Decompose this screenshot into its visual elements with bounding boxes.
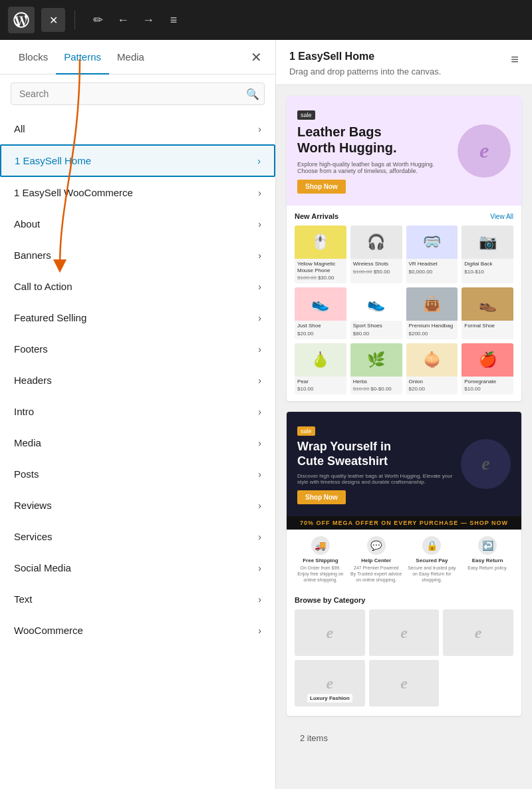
menu-icon[interactable]: ≡ [163,9,184,31]
nav-item-banners[interactable]: Banners › [0,239,275,271]
product-item[interactable]: 🖱️ Yellow Magnetic Mouse Phone $100.00$3… [295,226,346,283]
product-item[interactable]: 🍐 Pear $10.00 [295,343,346,395]
right-panel: 1 EasySell Home Drag and drop patterns i… [276,40,532,789]
edit-icon[interactable]: ✏ [87,9,108,31]
product-item[interactable]: 🌿 Herbs $10.00$0-$0.00 [350,343,402,395]
close-toolbar-button[interactable]: ✕ [41,8,65,32]
return-icon: ↩️ [478,536,497,555]
nav-item-services[interactable]: Services › [0,521,275,552]
product-item[interactable]: 📷 Digital Back $10-$10 [462,226,513,283]
category-item[interactable]: e [369,660,440,707]
product-item[interactable]: 👟 Sport Shoes $80.00 [350,287,402,339]
category-logo: e [327,623,334,641]
product-grid: 🖱️ Yellow Magnetic Mouse Phone $100.00$3… [295,226,513,394]
right-panel-title: 1 EasySell Home [289,51,441,63]
chevron-icon: › [258,625,261,636]
product-item[interactable]: 🎧 Wireless Shots $100.00$50.00 [350,226,402,283]
product-item[interactable]: 🥽 VR Headset $0,000.00 [406,226,458,283]
nav-item-reviews[interactable]: Reviews › [0,490,275,521]
items-count: 2 items [287,726,521,754]
feature-return: ↩️ Easy Return Easy Return policy. [462,536,513,583]
product-item[interactable]: 🧅 Onion $20.00 [406,343,458,395]
tab-patterns[interactable]: Patterns [56,40,109,75]
product-name: Digital Back [464,261,511,267]
feature-title: Secured Pay [416,557,448,563]
product-item[interactable]: 🍎 Pomegranate $10.00 [462,343,513,395]
product-price: $100.00$50.00 [353,269,400,275]
filter-icon-button[interactable]: ≡ [511,52,519,67]
redo-icon[interactable]: → [138,9,159,31]
chevron-icon: › [257,156,261,166]
product-name: Onion [409,379,456,385]
product-price: $10.00 [464,386,511,392]
search-icon-button[interactable]: 🔍 [246,88,259,100]
product-item[interactable]: 👜 Premium Handbag $200.00 [406,287,458,339]
nav-item-headers[interactable]: Headers › [0,365,275,396]
card2-shop-button[interactable]: Shop Now [297,490,346,504]
product-name: Premium Handbag [409,323,456,329]
product-price: $20.00 [409,386,456,392]
category-item[interactable]: e Luxury Fashion [295,660,365,707]
chevron-icon: › [258,250,261,261]
card2-hero-title: Wrap Yourself inCute Sweatshirt [297,440,453,468]
pattern-card-1[interactable]: sale Leather BagsWorth Hugging. Explore … [287,96,521,401]
feature-desc: Secure and trusted pay on Easy Return fo… [406,565,458,583]
product-name: Pear [297,379,344,385]
nav-item-all[interactable]: All › [0,113,275,144]
category-item[interactable]: e [443,609,513,656]
product-name: VR Headset [409,261,456,267]
product-price: $10.00 [297,386,344,392]
feature-shipping: 🚚 Free Shipping On Order from $99. Enjoy… [295,536,346,583]
chevron-icon: › [258,375,261,386]
product-name: Yellow Magnetic Mouse Phone [297,261,344,273]
nav-item-cta[interactable]: Call to Action › [0,271,275,302]
undo-icon[interactable]: ← [112,9,134,31]
product-image: 👞 [462,287,513,321]
products-view-all-link[interactable]: View All [490,213,513,220]
nav-item-woocommerce[interactable]: WooCommerce › [0,615,275,646]
products-header: New Arrivals View All [295,212,513,220]
product-image: 👜 [406,287,458,321]
right-header-content: 1 EasySell Home Drag and drop patterns i… [289,51,441,77]
chevron-icon: › [258,281,261,292]
pattern-card-2[interactable]: sale Wrap Yourself inCute Sweatshirt Dis… [287,412,521,715]
product-image: 🍎 [462,343,513,377]
features-row: 🚚 Free Shipping On Order from $99. Enjoy… [287,530,521,589]
nav-item-featured[interactable]: Featured Selling › [0,302,275,333]
category-item[interactable]: e [295,609,365,656]
chevron-icon: › [258,188,261,198]
main-layout: Blocks Patterns Media ✕ 🔍 All › 1 EasySe… [0,40,532,789]
nav-item-about[interactable]: About › [0,208,275,239]
tab-blocks[interactable]: Blocks [11,40,56,75]
nav-item-intro[interactable]: Intro › [0,396,275,427]
search-input[interactable] [11,82,265,105]
product-price: $10-$10 [464,269,511,275]
chevron-icon: › [258,438,261,448]
card1-shop-button[interactable]: Shop Now [297,180,346,194]
nav-item-footers[interactable]: Footers › [0,333,275,365]
nav-item-easysell-woo[interactable]: 1 EasySell WooCommerce › [0,177,275,208]
nav-item-text[interactable]: Text › [0,583,275,615]
chevron-icon: › [258,344,261,355]
chevron-icon: › [258,563,261,573]
category-item[interactable]: e [369,609,440,656]
toolbar-divider [74,11,75,29]
card2-hero-text: sale Wrap Yourself inCute Sweatshirt Dis… [297,424,453,504]
product-item[interactable]: 👟 Just Shoe $20.00 [295,287,346,339]
product-item[interactable]: 👞 Formal Shoe [462,287,513,339]
panel-close-button[interactable]: ✕ [248,47,265,68]
nav-item-easysell-home[interactable]: 1 EasySell Home › [0,144,275,177]
wordpress-logo[interactable] [8,7,35,33]
nav-item-social-media[interactable]: Social Media › [0,552,275,583]
right-panel-header: 1 EasySell Home Drag and drop patterns i… [276,40,532,85]
toolbar-icons: ✏ ← → ≡ [87,9,184,31]
feature-desc: On Order from $99. Enjoy free shipping o… [295,565,346,583]
tabs-bar: Blocks Patterns Media ✕ [0,40,275,75]
chevron-icon: › [258,219,261,230]
category-logo: e [475,623,482,641]
browse-section: Browse by Category e e e e L [287,589,521,716]
nav-item-media[interactable]: Media › [0,427,275,458]
tab-media[interactable]: Media [109,40,152,75]
card1-hero-text: sale Leather BagsWorth Hugging. Explore … [297,108,450,194]
nav-item-posts[interactable]: Posts › [0,458,275,490]
